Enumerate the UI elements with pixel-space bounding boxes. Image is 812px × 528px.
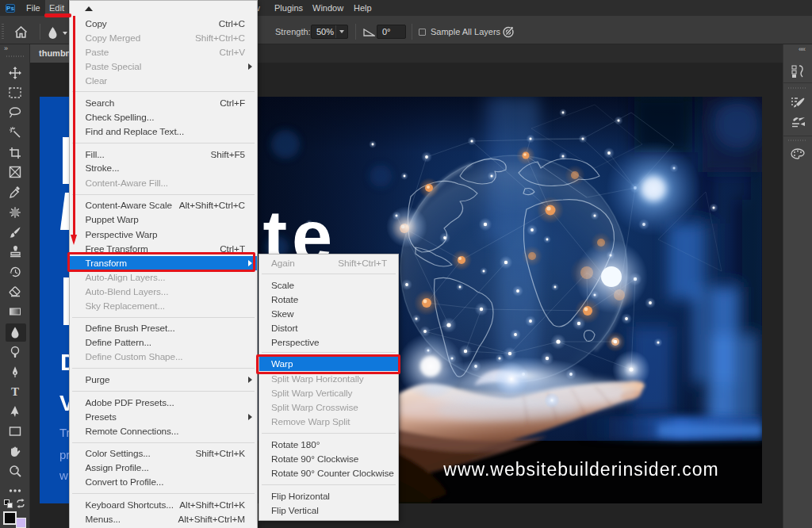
svg-text:www.websitebuilderinsider.com: www.websitebuilderinsider.com (442, 459, 718, 480)
svg-text:w: w (59, 469, 68, 482)
svg-text:T: T (11, 385, 19, 398)
